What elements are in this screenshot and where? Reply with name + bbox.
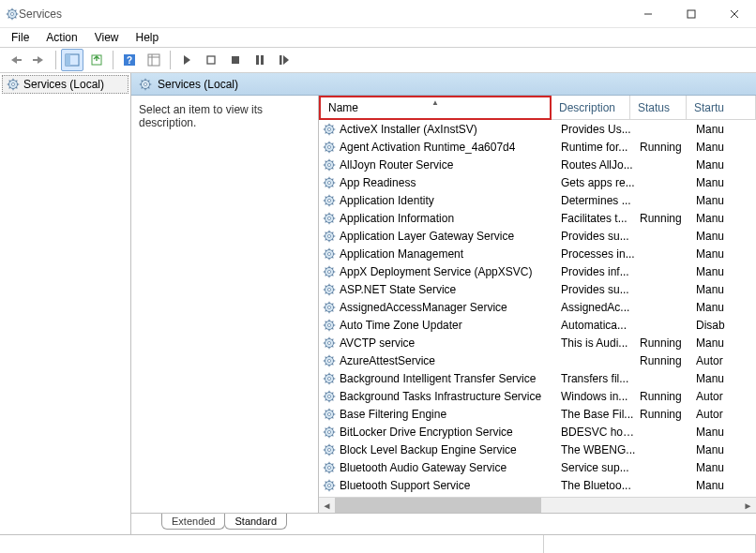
sort-ascending-icon: ▲	[431, 98, 439, 107]
column-headers: Name ▲ Description Status Startu	[319, 96, 756, 120]
service-row[interactable]: AzureAttestServiceRunningAutor	[319, 351, 756, 369]
service-row[interactable]: Application Layer Gateway ServiceProvide…	[319, 227, 756, 245]
service-startup: Manu	[696, 158, 756, 172]
service-startup: Manu	[696, 230, 756, 243]
scroll-right-icon[interactable]: ►	[740, 498, 756, 514]
service-row[interactable]: ASP.NET State ServiceProvides su...Manu	[319, 280, 756, 298]
service-row[interactable]: Application ManagementProcesses in...Man…	[319, 245, 756, 262]
service-row[interactable]: Block Level Backup Engine ServiceThe WBE…	[319, 441, 756, 458]
view-tabs: Extended Standard	[131, 514, 756, 534]
service-description: Automatica...	[561, 319, 640, 332]
menu-action[interactable]: Action	[38, 29, 84, 46]
menu-view[interactable]: View	[87, 29, 127, 46]
service-name: Background Intelligent Transfer Service	[340, 372, 536, 385]
minimize-button[interactable]	[627, 0, 670, 28]
service-gear-icon	[323, 354, 336, 367]
tab-standard[interactable]: Standard	[224, 514, 287, 530]
description-text: Select an item to view its description.	[139, 103, 263, 129]
service-name: AzureAttestService	[340, 354, 435, 367]
service-row[interactable]: Application IdentityDetermines ...Manu	[319, 191, 756, 209]
stop-service-fill-button[interactable]	[224, 49, 247, 71]
service-startup: Manu	[696, 141, 756, 154]
service-startup: Manu	[696, 176, 756, 189]
service-startup: Manu	[696, 265, 756, 278]
restart-service-button[interactable]	[273, 49, 295, 71]
service-row[interactable]: AssignedAccessManager ServiceAssignedAc.…	[319, 298, 756, 316]
service-description: AssignedAc...	[561, 301, 640, 314]
back-button[interactable]	[4, 49, 26, 71]
statusbar	[0, 534, 756, 553]
service-gear-icon	[323, 158, 336, 172]
services-gear-icon	[7, 78, 20, 91]
service-gear-icon	[323, 247, 336, 261]
forward-button[interactable]	[28, 49, 51, 71]
service-row[interactable]: Background Tasks Infrastructure ServiceW…	[319, 387, 756, 405]
titlebar: Services	[0, 0, 756, 28]
service-row[interactable]: Application InformationFacilitates t...R…	[319, 209, 756, 227]
service-gear-icon	[323, 372, 336, 385]
column-header-name[interactable]: Name ▲	[319, 96, 552, 120]
service-row[interactable]: Base Filtering EngineThe Base Fil...Runn…	[319, 405, 756, 423]
service-status: Running	[640, 408, 696, 421]
svg-rect-28	[280, 55, 282, 65]
service-startup: Manu	[696, 426, 756, 439]
pane-header: Services (Local)	[131, 73, 756, 96]
service-name: AssignedAccessManager Service	[340, 301, 507, 314]
column-header-startup[interactable]: Startu	[687, 96, 756, 120]
service-gear-icon	[323, 390, 336, 403]
service-startup: Manu	[696, 479, 756, 492]
service-startup: Manu	[696, 194, 756, 207]
service-row[interactable]: BitLocker Drive Encryption ServiceBDESVC…	[319, 423, 756, 441]
service-row[interactable]: AVCTP serviceThis is Audi...RunningManu	[319, 334, 756, 351]
service-row[interactable]: Bluetooth Support ServiceThe Bluetoo...M…	[319, 476, 756, 494]
service-gear-icon	[323, 461, 336, 474]
service-name: Auto Time Zone Updater	[340, 319, 462, 332]
svg-rect-27	[261, 55, 264, 65]
service-row[interactable]: Auto Time Zone UpdaterAutomatica...Disab	[319, 316, 756, 334]
pause-service-button[interactable]	[249, 49, 271, 71]
menubar: File Action View Help	[0, 28, 756, 47]
stop-service-button[interactable]	[200, 49, 222, 71]
close-button[interactable]	[713, 0, 756, 28]
service-row[interactable]: App ReadinessGets apps re...Manu	[319, 173, 756, 191]
service-row[interactable]: ActiveX Installer (AxInstSV)Provides Us.…	[319, 120, 756, 138]
service-name: ASP.NET State Service	[340, 283, 456, 296]
export-list-button[interactable]	[85, 49, 108, 71]
service-gear-icon	[323, 123, 336, 136]
column-header-status[interactable]: Status	[630, 96, 687, 120]
horizontal-scrollbar[interactable]: ◄ ►	[319, 497, 756, 513]
service-row[interactable]: Bluetooth Audio Gateway ServiceService s…	[319, 458, 756, 476]
show-hide-console-tree-button[interactable]	[61, 49, 83, 71]
service-name: Bluetooth Support Service	[340, 479, 470, 492]
column-header-description[interactable]: Description	[552, 96, 630, 120]
service-row[interactable]: Background Intelligent Transfer ServiceT…	[319, 369, 756, 387]
start-service-button[interactable]	[175, 49, 198, 71]
service-gear-icon	[323, 301, 336, 314]
service-gear-icon	[323, 426, 336, 439]
menu-help[interactable]: Help	[129, 29, 167, 46]
service-row[interactable]: AppX Deployment Service (AppXSVC)Provide…	[319, 262, 756, 280]
service-row[interactable]: Agent Activation Runtime_4a607d4Runtime …	[319, 138, 756, 156]
tab-extended[interactable]: Extended	[161, 514, 225, 530]
svg-rect-11	[688, 10, 695, 18]
maximize-button[interactable]	[670, 0, 713, 28]
service-row[interactable]: AllJoyn Router ServiceRoutes AllJo...Man…	[319, 156, 756, 173]
service-list[interactable]: ActiveX Installer (AxInstSV)Provides Us.…	[319, 120, 756, 497]
service-name: Bluetooth Audio Gateway Service	[340, 461, 507, 474]
service-gear-icon	[323, 141, 336, 154]
scroll-thumb[interactable]	[335, 498, 541, 514]
svg-rect-17	[66, 54, 70, 66]
tree-root-services-local[interactable]: Services (Local)	[2, 75, 129, 94]
service-description: Processes in...	[561, 247, 640, 261]
service-startup: Manu	[696, 443, 756, 456]
service-description: Routes AllJo...	[561, 158, 640, 172]
scroll-left-icon[interactable]: ◄	[319, 498, 335, 514]
menu-file[interactable]: File	[4, 29, 37, 46]
service-gear-icon	[323, 443, 336, 456]
properties-button[interactable]	[143, 49, 165, 71]
service-name: Application Identity	[340, 194, 434, 207]
service-description: Transfers fil...	[561, 372, 640, 385]
service-gear-icon	[323, 336, 336, 350]
help-button[interactable]: ?	[118, 49, 141, 71]
service-status: Running	[640, 141, 696, 154]
